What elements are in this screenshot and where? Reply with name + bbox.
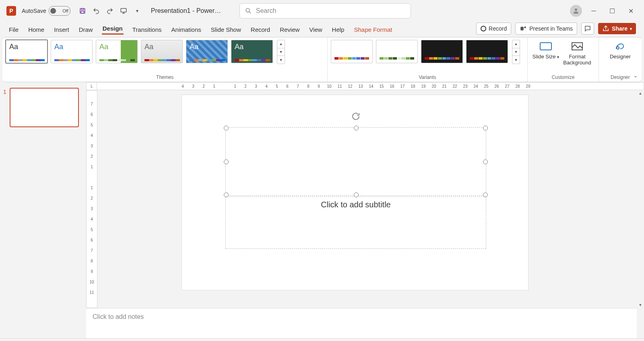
- gallery-down-icon[interactable]: ▼: [277, 48, 285, 56]
- redo-icon[interactable]: [106, 7, 114, 15]
- slide-canvas[interactable]: Click to add subtitle: [97, 90, 637, 308]
- gallery-more-icon[interactable]: ▼: [512, 56, 520, 64]
- tab-shape-format[interactable]: Shape Format: [353, 25, 393, 35]
- notes-placeholder: Click to add notes: [93, 313, 144, 320]
- app-icon: P: [6, 6, 16, 16]
- themes-label: Themes: [6, 74, 324, 81]
- gallery-more-icon[interactable]: ▼: [277, 56, 285, 64]
- svg-rect-2: [81, 11, 84, 13]
- ruler-corner[interactable]: L: [86, 82, 97, 90]
- close-button[interactable]: ✕: [627, 7, 634, 14]
- themes-gallery: Aa Aa Aa Aa Aa Aa ▲▼▼: [6, 40, 324, 64]
- horizontal-ruler[interactable]: 4321123456789101112131415161718192021222…: [97, 82, 644, 90]
- theme-thumb-2[interactable]: Aa: [51, 40, 93, 63]
- tab-transitions[interactable]: Transitions: [132, 25, 163, 35]
- slide-size-button[interactable]: Slide Size ▾: [531, 40, 561, 66]
- minimize-button[interactable]: ─: [590, 7, 597, 14]
- share-icon: [602, 25, 609, 32]
- svg-point-7: [524, 27, 526, 29]
- tab-design[interactable]: Design: [102, 23, 124, 35]
- title-bar: P AutoSave Off ▾ Presentation1 - PowerP.…: [0, 0, 644, 22]
- maximize-button[interactable]: ☐: [609, 7, 616, 14]
- slide-size-icon: [539, 41, 552, 52]
- svg-point-5: [575, 8, 577, 11]
- title-placeholder[interactable]: [225, 127, 486, 196]
- variants-label: Variants: [331, 74, 524, 81]
- status-bar: Slide 1 of 1 English (Malaysia) Accessib…: [0, 338, 644, 341]
- tab-insert[interactable]: Insert: [53, 25, 70, 35]
- variants-gallery-nav[interactable]: ▲▼▼: [512, 40, 520, 64]
- vertical-ruler[interactable]: 76543211234567891011: [86, 90, 97, 308]
- qat-more-icon[interactable]: ▾: [133, 7, 141, 15]
- ribbon: Aa Aa Aa Aa Aa Aa ▲▼▼ Themes ▲▼▼ Variant…: [2, 37, 642, 82]
- themes-gallery-nav[interactable]: ▲▼▼: [277, 40, 285, 64]
- search-box[interactable]: Search: [239, 3, 411, 19]
- record-button[interactable]: Record: [476, 23, 511, 35]
- tab-animations[interactable]: Animations: [171, 25, 202, 35]
- variant-thumb-4[interactable]: [466, 40, 508, 63]
- window-controls: ─ ☐ ✕: [590, 7, 634, 14]
- svg-rect-3: [121, 8, 126, 12]
- tab-file[interactable]: File: [8, 25, 19, 35]
- gallery-down-icon[interactable]: ▼: [512, 48, 520, 56]
- comments-button[interactable]: [581, 23, 594, 35]
- notes-pane[interactable]: Click to add notes: [86, 308, 637, 338]
- collapse-ribbon-icon[interactable]: ⌄: [634, 73, 638, 79]
- format-background-icon: [571, 41, 584, 52]
- variants-gallery: ▲▼▼: [331, 40, 524, 64]
- save-icon[interactable]: [78, 7, 87, 15]
- gallery-up-icon[interactable]: ▲: [512, 40, 520, 48]
- theme-thumb-3[interactable]: Aa: [96, 40, 138, 63]
- theme-thumb-office[interactable]: Aa: [6, 40, 47, 63]
- variant-thumb-1[interactable]: [331, 40, 373, 63]
- theme-thumb-5[interactable]: Aa: [186, 40, 228, 63]
- account-avatar[interactable]: [570, 5, 582, 17]
- quick-access-toolbar: ▾: [78, 7, 141, 15]
- ribbon-group-variants: ▲▼▼ Variants: [328, 37, 528, 82]
- theme-thumb-4[interactable]: Aa: [141, 40, 183, 63]
- svg-rect-8: [540, 43, 551, 50]
- variant-thumb-2[interactable]: [376, 40, 418, 63]
- tab-draw[interactable]: Draw: [78, 25, 94, 35]
- svg-rect-6: [520, 27, 524, 31]
- vertical-scrollbar[interactable]: ▲▼: [637, 90, 644, 308]
- designer-label: Designer: [602, 74, 638, 81]
- gallery-up-icon[interactable]: ▲: [277, 40, 285, 48]
- undo-icon[interactable]: [92, 7, 100, 15]
- tab-record[interactable]: Record: [250, 25, 271, 35]
- search-icon: [245, 7, 252, 14]
- slide[interactable]: Click to add subtitle: [182, 95, 528, 290]
- tab-review[interactable]: Review: [279, 25, 300, 35]
- format-background-button[interactable]: Format Background: [562, 40, 592, 66]
- work-area: 1 L 432112345678910111213141516171819202…: [0, 82, 644, 308]
- autosave-label: AutoSave: [22, 8, 46, 14]
- tab-view[interactable]: View: [308, 25, 323, 35]
- share-button[interactable]: Share▾: [598, 23, 636, 34]
- autosave-toggle[interactable]: AutoSave Off: [22, 6, 70, 16]
- autosave-state: Off: [62, 8, 68, 13]
- theme-thumb-6[interactable]: Aa: [231, 40, 273, 63]
- svg-rect-1: [81, 8, 84, 10]
- designer-icon: [614, 41, 627, 52]
- slide-thumbnail-panel[interactable]: 1: [0, 82, 86, 308]
- slide-thumbnail-1[interactable]: [10, 88, 79, 127]
- present-in-teams-button[interactable]: Present in Teams: [515, 23, 577, 35]
- designer-button[interactable]: Designer: [602, 40, 638, 60]
- tab-help[interactable]: Help: [331, 25, 345, 35]
- tab-slide-show[interactable]: Slide Show: [210, 25, 242, 35]
- svg-point-10: [617, 47, 619, 49]
- rotate-handle-icon[interactable]: [351, 112, 361, 123]
- ribbon-tabs: File Home Insert Draw Design Transitions…: [0, 22, 644, 35]
- present-from-start-icon[interactable]: [120, 7, 128, 15]
- document-title: Presentation1 - PowerP...: [151, 7, 223, 14]
- ribbon-group-customize: Slide Size ▾ Format Background Customize: [528, 37, 599, 82]
- editor-area: L 43211234567891011121314151617181920212…: [86, 82, 644, 308]
- comment-icon: [584, 25, 591, 32]
- subtitle-placeholder[interactable]: Click to add subtitle: [225, 196, 486, 249]
- customize-label: Customize: [531, 74, 595, 81]
- ribbon-group-themes: Aa Aa Aa Aa Aa Aa ▲▼▼ Themes: [2, 37, 328, 82]
- teams-icon: [520, 25, 527, 32]
- tab-home[interactable]: Home: [27, 25, 45, 35]
- variant-thumb-3[interactable]: [421, 40, 463, 63]
- toggle-switch[interactable]: Off: [49, 6, 70, 16]
